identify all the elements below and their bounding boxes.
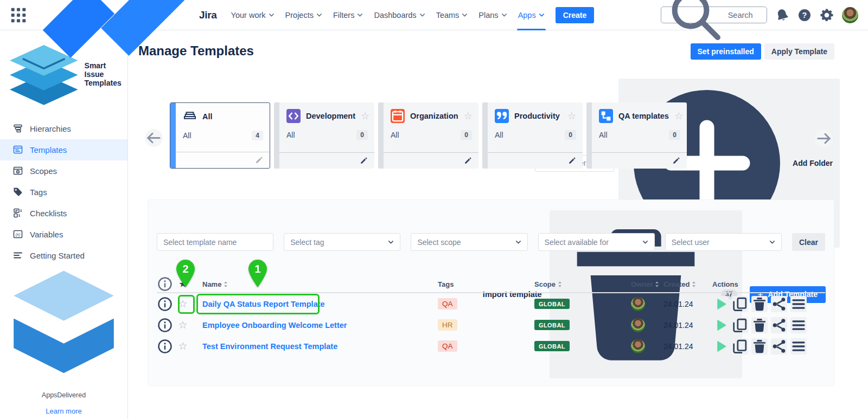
apply-play-button[interactable]: [712, 296, 729, 312]
owner-column-header[interactable]: Owner: [631, 280, 663, 288]
nav-item-label: Dashboards: [374, 11, 416, 20]
apply-play-button[interactable]: [712, 338, 729, 354]
template-info-icon[interactable]: [157, 296, 173, 312]
folder-card-sublabel: All: [495, 131, 503, 139]
sidebar-item-checklists[interactable]: Checklists: [0, 203, 127, 224]
template-name-link[interactable]: Daily QA Status Report Template: [193, 300, 438, 308]
delete-button[interactable]: [751, 317, 768, 333]
favorite-star-icon[interactable]: ☆: [173, 320, 193, 330]
delete-button[interactable]: [751, 296, 768, 312]
nav-item-your-work[interactable]: Your work: [226, 0, 280, 30]
sidebar-item-scopes[interactable]: Scopes: [0, 160, 127, 182]
edit-folder-pencil-icon[interactable]: [464, 156, 473, 165]
more-menu-button[interactable]: [790, 338, 807, 354]
stack-icon: [183, 109, 197, 124]
sidebar-item-hierarchies[interactable]: Hierarchies: [0, 118, 127, 139]
created-column-header[interactable]: Created: [663, 280, 712, 288]
share-button[interactable]: [771, 317, 787, 333]
arrow-left-icon: [145, 129, 163, 147]
filter-placeholder: Select user: [672, 238, 710, 247]
create-button[interactable]: Create: [556, 7, 595, 23]
folder-favorite-star-icon[interactable]: ☆: [361, 111, 369, 121]
nav-item-projects[interactable]: Projects: [280, 0, 328, 30]
chevron-down-icon: [515, 240, 521, 244]
owner-avatar: [631, 297, 645, 311]
filter-select-select-scope[interactable]: Select scope: [411, 233, 527, 251]
folder-favorite-star-icon[interactable]: ☆: [674, 111, 683, 121]
delete-button[interactable]: [751, 338, 768, 354]
clear-filters-button[interactable]: Clear: [792, 233, 825, 251]
sidebar-item-getting-started[interactable]: Getting Started: [0, 245, 127, 266]
template-name-link[interactable]: Test Environment Request Template: [193, 342, 438, 351]
filter-select-select-available-for[interactable]: Select available for: [538, 233, 655, 251]
favorite-column-header[interactable]: ★: [173, 279, 193, 289]
table-header-row: ★ Name Tags Scope Owner Created Actions: [157, 276, 825, 293]
folder-card-all[interactable]: AllAll4: [170, 102, 270, 169]
more-menu-button[interactable]: [790, 317, 807, 333]
nav-item-dashboards[interactable]: Dashboards: [368, 0, 430, 30]
filter-input-select-template-name[interactable]: [157, 233, 273, 251]
folder-card-qa-templates[interactable]: QA templates☆All0: [586, 102, 687, 169]
sort-icon: [692, 281, 696, 288]
copy-button[interactable]: [732, 317, 748, 333]
filter-text-input[interactable]: [163, 238, 267, 247]
apply-play-button[interactable]: [712, 317, 729, 333]
name-column-header[interactable]: Name: [193, 280, 438, 288]
chevron-down-icon: [316, 13, 322, 17]
copy-button[interactable]: [732, 338, 748, 354]
apply-template-button[interactable]: Apply Template: [764, 43, 834, 60]
template-info-icon[interactable]: [157, 317, 173, 333]
sidebar-item-label: Getting Started: [30, 251, 85, 260]
folder-card-organization[interactable]: Organization☆All0: [378, 102, 478, 169]
settings-button[interactable]: [820, 8, 834, 22]
folder-card-divider: [592, 152, 687, 153]
play-icon: [712, 338, 729, 354]
copy-button[interactable]: [732, 296, 748, 312]
grid-icon: [10, 7, 27, 24]
template-name-link[interactable]: Employee Onboarding Welcome Letter: [193, 321, 438, 330]
notifications-button[interactable]: [775, 8, 789, 22]
nav-item-label: Your work: [231, 11, 266, 20]
help-button[interactable]: ?: [797, 8, 812, 22]
nav-search-box[interactable]: [661, 7, 767, 23]
sidebar-item-variables[interactable]: (x)Variables: [0, 224, 127, 245]
nav-item-teams[interactable]: Teams: [431, 0, 474, 30]
carousel-right-arrow-button[interactable]: [815, 130, 833, 147]
tags-column-header: Tags: [438, 280, 534, 288]
set-preinstalled-button[interactable]: Set preinstalled: [691, 43, 761, 60]
folder-count-badge: 4: [252, 131, 263, 140]
share-button[interactable]: [771, 296, 787, 312]
favorite-star-icon[interactable]: ☆: [173, 341, 193, 351]
app-switcher-icon[interactable]: [10, 7, 27, 24]
edit-folder-pencil-icon[interactable]: [568, 156, 577, 165]
play-icon: [712, 317, 729, 333]
carousel-left-arrow-button[interactable]: [145, 129, 163, 147]
scope-column-header[interactable]: Scope: [534, 280, 631, 288]
edit-folder-pencil-icon[interactable]: [360, 156, 368, 165]
nav-item-filters[interactable]: Filters: [328, 0, 368, 30]
template-info-icon[interactable]: [157, 338, 173, 354]
sidebar-item-tags[interactable]: Tags: [0, 182, 127, 203]
folder-card-development[interactable]: Development☆All0: [274, 102, 374, 169]
share-button[interactable]: [771, 338, 787, 354]
favorite-star-icon[interactable]: ☆: [173, 299, 193, 309]
folder-card-productivity[interactable]: Productivity☆All0: [482, 102, 583, 169]
chevron-down-icon: [269, 13, 275, 17]
edit-folder-pencil-icon[interactable]: [672, 156, 681, 165]
filter-select-select-user[interactable]: Select user: [665, 233, 782, 251]
learn-more-link[interactable]: Learn more: [0, 407, 127, 415]
filter-select-select-tag[interactable]: Select tag: [284, 233, 400, 251]
jira-logo[interactable]: Jira: [33, 0, 217, 96]
search-input[interactable]: [728, 11, 761, 20]
edit-folder-pencil-icon[interactable]: [255, 156, 264, 164]
nav-right-cluster: ?: [661, 7, 858, 23]
folder-favorite-star-icon[interactable]: ☆: [464, 111, 473, 121]
sidebar-item-templates[interactable]: Templates: [0, 139, 127, 160]
more-menu-button[interactable]: [790, 296, 807, 312]
nav-left-cluster: Jira Your workProjectsFiltersDashboardsT…: [10, 0, 594, 96]
folder-favorite-star-icon[interactable]: ☆: [567, 111, 576, 121]
nav-item-apps[interactable]: Apps: [513, 0, 550, 30]
user-avatar[interactable]: [842, 7, 858, 23]
nav-item-plans[interactable]: Plans: [473, 0, 512, 30]
gear-icon: [820, 8, 834, 22]
